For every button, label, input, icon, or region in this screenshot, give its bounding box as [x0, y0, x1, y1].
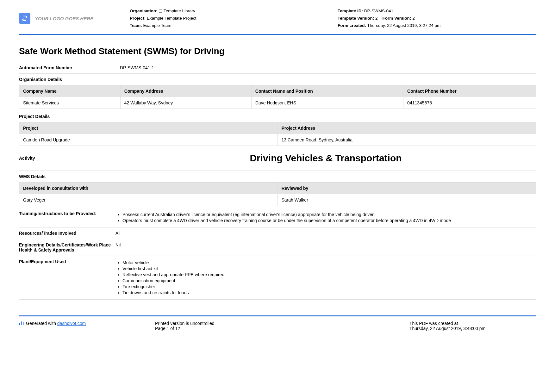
footer-center: Printed version is uncontrolled Page 1 o…: [155, 321, 400, 331]
org-td-phone: 0411345678: [403, 97, 536, 109]
training-list: Possess current Australian driver's lice…: [115, 212, 536, 223]
template-version-label: Template Version:: [338, 16, 374, 21]
form-created-value: Thursday, 22 August 2019, 3:27:24 pm: [367, 23, 441, 28]
org-details-heading: Organisation Details: [19, 74, 536, 85]
training-row: Training/Instructions to be Provided: Po…: [19, 208, 536, 227]
form-created-label: Form created:: [338, 23, 366, 28]
engineering-label: Engineering Details/Certificates/Work Pl…: [19, 242, 115, 252]
team-value: Example Team: [143, 23, 171, 28]
table-row: Gary Veger Sarah Walker: [19, 194, 536, 206]
list-item: Tie downs and restraints for loads: [122, 290, 536, 295]
proj-th-address: Project Address: [278, 122, 536, 134]
form-version-value: 2: [412, 16, 415, 21]
project-details-table: Project Project Address Camden Road Upgr…: [19, 122, 536, 146]
org-value: Template Library: [164, 9, 195, 13]
template-id-value: DP-SWMS-041: [364, 9, 393, 13]
footer-gen-prefix: Generated with: [26, 321, 57, 326]
list-item: Communication equipment: [122, 278, 536, 283]
footer-page: Page 1 of 12: [155, 326, 400, 331]
logo-placeholder-text: YOUR LOGO GOES HERE: [35, 16, 93, 21]
org-td-contact: Dave Hodgson, EHS: [251, 97, 403, 109]
activity-row: Activity Driving Vehicles & Transportati…: [19, 148, 536, 171]
list-item: Operators must complete a 4WD driver and…: [122, 218, 536, 223]
activity-label: Activity: [19, 156, 115, 161]
activity-value: Driving Vehicles & Transportation: [115, 153, 536, 164]
header-meta-left: Organisation: Template Library Project: …: [130, 8, 328, 29]
form-version-label: Form Version:: [383, 16, 411, 21]
org-th-company: Company Name: [19, 85, 121, 97]
project-value: Example Template Project: [147, 16, 196, 21]
wms-details-table: Developed in consultation with Reviewed …: [19, 182, 536, 206]
engineering-value: Nil: [115, 242, 536, 252]
header-meta-right: Template ID: DP-SWMS-041 Template Versio…: [338, 8, 536, 29]
dashpivot-link[interactable]: dashpivot.com: [57, 321, 86, 326]
logo-area: YOUR LOGO GOES HERE: [19, 8, 120, 29]
dashpivot-icon: [19, 321, 24, 325]
template-id-label: Template ID:: [338, 9, 363, 13]
org-td-company: Sitemate Services: [19, 97, 121, 109]
wms-td-reviewed: Sarah Walker: [278, 194, 536, 206]
document-header: YOUR LOGO GOES HERE Organisation: Templa…: [19, 8, 536, 35]
autonum-label: Automated Form Number: [19, 65, 115, 70]
plant-row: Plant/Equipment Used Motor vehicleVehicl…: [19, 256, 536, 300]
proj-td-name: Camden Road Upgrade: [19, 134, 278, 146]
logo-icon: [19, 13, 30, 24]
footer-created-value: Thursday, 22 August 2019, 3:48:00 pm: [409, 326, 536, 331]
wms-th-reviewed: Reviewed by: [278, 182, 536, 194]
org-details-table: Company Name Company Address Contact Nam…: [19, 85, 536, 109]
project-details-heading: Project Details: [19, 111, 536, 122]
list-item: Fire extinguisher: [122, 284, 536, 289]
wms-details-heading: WMS Details: [19, 171, 536, 182]
autonum-row: Automated Form Number ---DP-SWMS-041-1: [19, 62, 536, 74]
resources-row: Resources/Trades Involved All: [19, 227, 536, 239]
proj-td-address: 13 Camden Road, Sydney, Australia: [278, 134, 536, 146]
wms-th-developed: Developed in consultation with: [19, 182, 278, 194]
list-item: Reflective vest and appropriate PPE wher…: [122, 272, 536, 277]
autonum-value: ---DP-SWMS-041-1: [115, 65, 536, 70]
org-th-contact: Contact Name and Position: [251, 85, 403, 97]
list-item: Vehicle first aid kit: [122, 266, 536, 271]
plant-list: Motor vehicleVehicle first aid kitReflec…: [115, 260, 536, 295]
org-td-address: 42 Wallaby Way, Sydney: [120, 97, 251, 109]
project-label: Project:: [130, 16, 146, 21]
document-footer: Generated with dashpivot.com Printed ver…: [19, 315, 536, 331]
training-label: Training/Instructions to be Provided:: [19, 211, 115, 224]
footer-uncontrolled: Printed version is uncontrolled: [155, 321, 400, 326]
template-version-value: 2: [375, 16, 378, 21]
checkbox-icon: [159, 9, 162, 13]
footer-generated: Generated with dashpivot.com: [19, 321, 146, 331]
list-item: Possess current Australian driver's lice…: [122, 212, 536, 217]
table-row: Camden Road Upgrade 13 Camden Road, Sydn…: [19, 134, 536, 146]
wms-td-developed: Gary Veger: [19, 194, 278, 206]
footer-right: This PDF was created at Thursday, 22 Aug…: [409, 321, 536, 331]
proj-th-name: Project: [19, 122, 278, 134]
resources-value: All: [115, 231, 536, 236]
page-title: Safe Work Method Statement (SWMS) for Dr…: [19, 46, 536, 56]
list-item: Motor vehicle: [122, 260, 536, 265]
footer-created-label: This PDF was created at: [409, 321, 536, 326]
org-th-phone: Contact Phone Number: [403, 85, 536, 97]
org-th-address: Company Address: [120, 85, 251, 97]
org-label: Organisation:: [130, 9, 158, 13]
team-label: Team:: [130, 23, 142, 28]
table-row: Sitemate Services 42 Wallaby Way, Sydney…: [19, 97, 536, 109]
plant-label: Plant/Equipment Used: [19, 259, 115, 296]
resources-label: Resources/Trades Involved: [19, 231, 115, 236]
engineering-row: Engineering Details/Certificates/Work Pl…: [19, 239, 536, 256]
